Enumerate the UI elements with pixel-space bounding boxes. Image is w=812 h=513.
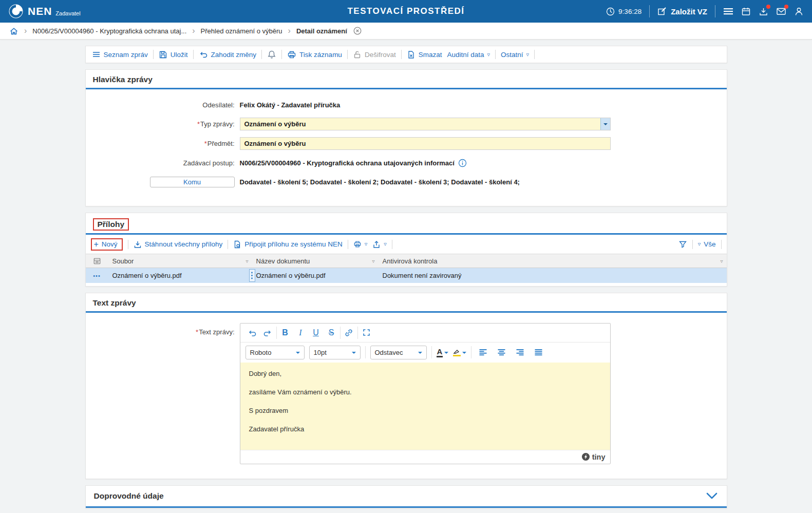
editor-toolbar-row2: Roboto 10pt Odstavec [240,343,610,363]
discard-changes-button[interactable]: Zahodit změny [199,50,257,59]
column-filter-icon[interactable]: ▿ [246,258,248,264]
toolbar-divider [153,50,154,59]
record-toolbar: Seznam zpráv Uložit Zahodit změny [85,46,727,63]
editor-block-select[interactable]: Odstavec [370,346,427,359]
print-attachments-button[interactable]: ▿ [353,240,368,248]
toolbar-divider [228,240,228,249]
save-icon [159,50,167,59]
user-icon[interactable] [794,7,804,16]
tiny-branding[interactable]: tiny [581,452,606,461]
message-text-section: Text zprávy *Text zprávy: B [85,293,727,479]
editor-undo-icon[interactable] [246,326,259,339]
breadcrumb-item-current: Detail oznámení [296,27,347,35]
delete-button[interactable]: Smazat [407,50,442,59]
highlight-icon [453,348,461,356]
editor-bold-button[interactable]: B [278,326,292,339]
undo-icon [199,50,208,59]
column-settings-header[interactable] [86,254,108,268]
breadcrumb-separator-icon: › [192,27,195,35]
recipients-button[interactable]: Komu [150,177,235,187]
filter-all-label: Vše [704,240,715,248]
home-icon[interactable] [9,27,18,35]
editor-paragraph: S pozdravem [249,407,601,415]
dropdown-triangle-icon: ▿ [698,241,701,247]
message-header-section: Hlavička zprávy Odesílatel: Felix Okátý … [85,69,727,206]
create-vz-label: Založit VZ [671,7,707,16]
column-header-doc-name[interactable]: Název dokumentu ▿ [252,254,379,268]
editor-content-area[interactable]: Dobrý den, zasíláme Vám oznámení o výběr… [240,363,610,450]
downloads-icon[interactable] [759,7,768,16]
column-filter-icon[interactable]: ▿ [372,258,374,264]
download-all-button[interactable]: Stáhnout všechny přílohy [134,240,223,249]
discard-changes-label: Zahodit změny [211,51,257,59]
new-attachment-button[interactable]: + Nový [94,240,118,249]
editor-italic-button[interactable]: I [294,326,308,339]
editor-paragraph: Dobrý den, [249,370,601,378]
other-actions-button[interactable]: Ostatní ▿ [501,51,529,59]
editor-text-color-button[interactable]: A [437,347,449,357]
toolbar-divider [261,50,262,59]
notification-bell-button[interactable] [267,50,276,59]
editor-strikethrough-button[interactable]: S [325,326,338,339]
breadcrumb-item-procedure[interactable]: N006/25/V00004960 - Kryptografická ochra… [32,27,186,35]
decrypt-label: Dešifrovat [365,51,396,59]
section-title-attachments: Přílohy [98,220,125,229]
column-header-antivirus[interactable]: Antivirová kontrola ▿ [379,254,727,268]
nen-logo-icon [8,4,24,19]
editor-toolbar-row1: B I U S [240,324,610,343]
message-list-label: Seznam zpráv [104,51,148,59]
new-attachment-label: Nový [102,240,118,248]
page-body: Seznam zpráv Uložit Zahodit změny [0,46,812,513]
expand-section-icon[interactable] [705,492,719,500]
editor-link-icon[interactable] [342,326,356,339]
other-actions-label: Ostatní [501,51,523,59]
required-asterisk: * [196,328,198,336]
nen-logo[interactable]: NEN Zadavatel [8,4,81,19]
menu-icon[interactable] [723,7,733,16]
editor-align-justify-icon[interactable] [532,346,545,359]
editor-align-center-icon[interactable] [495,346,508,359]
plus-icon: + [94,240,99,249]
column-header-file[interactable]: Soubor ▿ [108,254,252,268]
create-vz-button[interactable]: Založit VZ [657,7,707,16]
editor-block-value: Odstavec [375,349,403,356]
editor-align-left-icon[interactable] [476,346,490,359]
table-row[interactable]: ••• Oznámení o výběru.pdf Oznámení o výb… [86,268,727,283]
editor-divider [357,327,358,339]
editor-align-right-icon[interactable] [513,346,527,359]
additional-data-section: Doprovodné údaje [85,485,727,508]
editor-fontsize-select[interactable]: 10pt [309,346,361,359]
column-resize-handle[interactable] [249,269,255,282]
editor-fullscreen-icon[interactable] [360,326,373,339]
audit-data-button[interactable]: Auditní data ▿ [447,51,490,59]
select-arrow-icon[interactable] [600,118,610,130]
section-title-message-header: Hlavička zprávy [93,75,153,84]
unlock-icon [353,50,362,59]
calendar-icon[interactable] [741,7,751,16]
editor-underline-button[interactable]: U [309,326,323,339]
subject-input[interactable]: Oznámení o výběru [240,137,611,150]
message-type-select[interactable]: Oznámení o výběru [240,118,611,130]
message-list-button[interactable]: Seznam zpráv [92,50,148,59]
subject-label: *Předmět: [86,140,235,147]
printer-icon [353,240,362,248]
messages-icon[interactable] [776,7,786,16]
editor-redo-icon[interactable] [261,326,275,339]
attach-from-nen-button[interactable]: Připojit přílohu ze systému NEN [233,240,343,249]
clock-time: 9:36:28 [618,8,641,15]
message-type-label: *Typ zprávy: [86,120,235,128]
save-button[interactable]: Uložit [159,50,188,59]
filter-all-button[interactable]: ▿ Vše [698,240,716,248]
close-detail-icon[interactable] [353,26,362,35]
editor-highlight-color-button[interactable] [453,348,466,356]
filter-button[interactable] [678,240,687,249]
breadcrumb-item-overview[interactable]: Přehled oznámení o výběru [201,27,282,35]
message-text-label: *Text zprávy: [86,323,235,336]
editor-font-select[interactable]: Roboto [246,346,305,359]
column-filter-icon[interactable]: ▿ [720,258,723,264]
sender-value: Felix Okátý - Zadavatel příručka [240,101,341,109]
print-record-button[interactable]: Tisk záznamu [287,50,342,59]
row-menu-icon[interactable]: ••• [93,273,101,279]
info-icon[interactable] [458,159,467,167]
export-attachments-button[interactable]: ▿ [372,240,387,249]
